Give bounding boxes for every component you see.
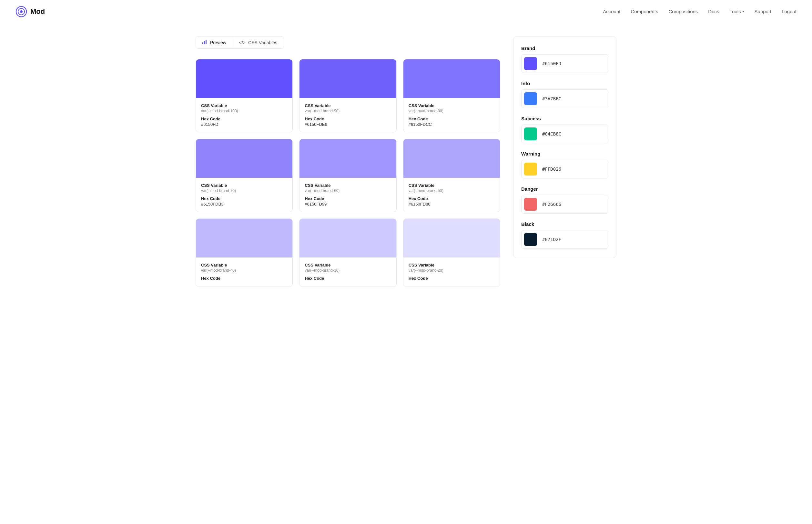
sidebar-swatch — [524, 198, 537, 211]
nav-support[interactable]: Support — [754, 9, 772, 14]
tab-bar: Preview </> CSS Variables — [196, 36, 284, 49]
color-swatch — [196, 139, 292, 178]
nav-compositions[interactable]: Compositions — [668, 9, 698, 14]
sidebar-hex-value: #F26666 — [540, 202, 561, 207]
sidebar-section-black: Black #071D2F — [521, 222, 608, 249]
color-info: CSS Variable var(--mod-brand-100) Hex Co… — [196, 98, 292, 132]
sidebar-swatch — [524, 233, 537, 246]
color-info: CSS Variable var(--mod-brand-90) Hex Cod… — [299, 98, 396, 132]
sidebar-color-row: #071D2F — [521, 230, 608, 249]
hex-value: #6150FD99 — [305, 202, 391, 207]
css-variable-label: CSS Variable — [201, 103, 287, 108]
color-swatch — [403, 139, 500, 178]
svg-rect-3 — [202, 42, 203, 44]
color-card: CSS Variable var(--mod-brand-30) Hex Cod… — [299, 218, 396, 287]
sidebar-section-title: Black — [521, 222, 608, 227]
sidebar-section-title: Warning — [521, 151, 608, 157]
tab-preview[interactable]: Preview — [196, 36, 233, 48]
chart-icon — [202, 40, 208, 45]
color-swatch — [196, 219, 292, 258]
css-variable-value: var(--mod-brand-20) — [409, 268, 495, 273]
color-info: CSS Variable var(--mod-brand-80) Hex Cod… — [403, 98, 500, 132]
nav-docs[interactable]: Docs — [708, 9, 719, 14]
css-variable-value: var(--mod-brand-100) — [201, 109, 287, 113]
css-variable-label: CSS Variable — [409, 183, 495, 188]
sidebar-hex-value: #3A7BFC — [540, 96, 561, 101]
sidebar-color-row: #04CB8C — [521, 125, 608, 143]
color-card: CSS Variable var(--mod-brand-60) Hex Cod… — [299, 139, 396, 212]
css-variable-label: CSS Variable — [305, 103, 391, 108]
color-card: CSS Variable var(--mod-brand-50) Hex Cod… — [403, 139, 500, 212]
css-variable-value: var(--mod-brand-50) — [409, 189, 495, 193]
sidebar-swatch — [524, 163, 537, 176]
logo-text: Mod — [30, 7, 45, 16]
nav-tools-group: Tools ▾ — [730, 9, 744, 14]
logo-area: Mod — [16, 6, 45, 17]
color-swatch — [299, 139, 396, 178]
color-card: CSS Variable var(--mod-brand-90) Hex Cod… — [299, 59, 396, 132]
sidebar-color-row: #6150FD — [521, 54, 608, 73]
svg-rect-4 — [204, 41, 205, 44]
sidebar-section-success: Success #04CB8C — [521, 116, 608, 143]
hex-label: Hex Code — [305, 116, 391, 121]
color-info: CSS Variable var(--mod-brand-60) Hex Cod… — [299, 178, 396, 212]
tab-css-variables-label: CSS Variables — [248, 40, 277, 45]
color-swatch — [299, 219, 396, 258]
css-variable-value: var(--mod-brand-70) — [201, 189, 287, 193]
main-container: Preview </> CSS Variables CSS Variable v… — [180, 23, 632, 300]
color-info: CSS Variable var(--mod-brand-30) Hex Cod… — [299, 258, 396, 286]
sidebar-section-danger: Danger #F26666 — [521, 186, 608, 214]
chevron-down-icon: ▾ — [742, 10, 744, 14]
color-info: CSS Variable var(--mod-brand-50) Hex Cod… — [403, 178, 500, 212]
sidebar-swatch — [524, 57, 537, 70]
svg-point-2 — [20, 10, 22, 13]
color-card: CSS Variable var(--mod-brand-40) Hex Cod… — [196, 218, 293, 287]
tab-preview-label: Preview — [210, 40, 226, 45]
nav-tools[interactable]: Tools — [730, 9, 741, 14]
main-nav: Account Components Compositions Docs Too… — [603, 9, 796, 14]
color-card: CSS Variable var(--mod-brand-70) Hex Cod… — [196, 139, 293, 212]
sidebar-hex-value: #6150FD — [540, 61, 561, 66]
sidebar: Brand #6150FD Info #3A7BFC Success #04CB… — [513, 36, 616, 258]
color-card: CSS Variable var(--mod-brand-80) Hex Cod… — [403, 59, 500, 132]
nav-logout[interactable]: Logout — [782, 9, 796, 14]
sidebar-swatch — [524, 128, 537, 140]
hex-label: Hex Code — [409, 116, 495, 121]
color-info: CSS Variable var(--mod-brand-20) Hex Cod… — [403, 258, 500, 286]
nav-components[interactable]: Components — [631, 9, 658, 14]
hex-value: #6150FD80 — [409, 202, 495, 207]
sidebar-hex-value: #04CB8C — [540, 131, 561, 136]
color-swatch — [403, 219, 500, 258]
css-variable-label: CSS Variable — [201, 263, 287, 267]
logo-icon — [16, 6, 27, 17]
hex-label: Hex Code — [305, 276, 391, 281]
code-icon: </> — [239, 40, 246, 45]
sidebar-section-title: Success — [521, 116, 608, 121]
hex-label: Hex Code — [409, 276, 495, 281]
css-variable-value: var(--mod-brand-80) — [409, 109, 495, 113]
sidebar-section-brand: Brand #6150FD — [521, 46, 608, 73]
sidebar-section-title: Danger — [521, 186, 608, 192]
sidebar-color-row: #FFD026 — [521, 160, 608, 178]
css-variable-value: var(--mod-brand-90) — [305, 109, 391, 113]
sidebar-section-title: Brand — [521, 46, 608, 51]
tab-css-variables[interactable]: </> CSS Variables — [233, 37, 284, 48]
hex-value: #6150FDB3 — [201, 202, 287, 207]
css-variable-value: var(--mod-brand-30) — [305, 268, 391, 273]
css-variable-label: CSS Variable — [305, 263, 391, 267]
css-variable-label: CSS Variable — [201, 183, 287, 188]
hex-value: #6150FD — [201, 122, 287, 127]
color-swatch — [299, 59, 396, 98]
nav-account[interactable]: Account — [603, 9, 620, 14]
hex-label: Hex Code — [201, 196, 287, 201]
sidebar-swatch — [524, 92, 537, 105]
hex-label: Hex Code — [201, 276, 287, 281]
sidebar-color-row: #F26666 — [521, 195, 608, 214]
sidebar-hex-value: #FFD026 — [540, 166, 561, 171]
color-card: CSS Variable var(--mod-brand-20) Hex Cod… — [403, 218, 500, 287]
color-swatch — [403, 59, 500, 98]
header: Mod Account Components Compositions Docs… — [0, 0, 812, 23]
color-grid: CSS Variable var(--mod-brand-100) Hex Co… — [196, 59, 500, 287]
css-variable-label: CSS Variable — [409, 103, 495, 108]
css-variable-label: CSS Variable — [305, 183, 391, 188]
